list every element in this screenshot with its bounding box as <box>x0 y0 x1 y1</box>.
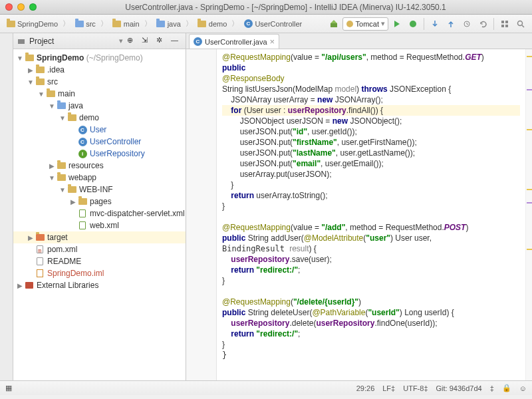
separator <box>424 18 424 30</box>
file-encoding[interactable]: UTF-8‡ <box>403 384 428 392</box>
collapse-all-icon[interactable]: ⇲ <box>142 36 152 47</box>
tree-label: src <box>47 77 58 86</box>
window-controls <box>5 3 37 11</box>
vcs-commit-button[interactable] <box>444 17 458 31</box>
tree-node-src[interactable]: ▼src <box>13 76 186 88</box>
tree-label: UserRepository <box>90 149 145 158</box>
settings-icon[interactable]: ✲ <box>156 36 167 47</box>
tree-label: UserController <box>90 137 141 146</box>
tree-label: SpringDemo.iml <box>47 269 104 278</box>
tree-node-webapp[interactable]: ▼webapp <box>13 172 186 184</box>
breadcrumb[interactable]: src <box>72 19 98 29</box>
svg-line-8 <box>522 25 524 27</box>
vcs-revert-button[interactable] <box>475 17 490 31</box>
run-button[interactable] <box>390 17 404 31</box>
chevron-right-icon: 〉 <box>143 19 153 29</box>
line-separator[interactable]: LF‡ <box>382 384 395 392</box>
project-structure-button[interactable] <box>497 17 512 31</box>
close-tab-icon[interactable]: × <box>270 37 275 47</box>
tree-label: web.xml <box>90 221 119 230</box>
breadcrumb-label: SpringDemo <box>17 20 58 28</box>
run-configuration-selector[interactable]: Tomcat▾ <box>342 17 388 31</box>
project-panel-title: Project <box>29 37 115 46</box>
editor-gutter[interactable] <box>186 49 217 380</box>
tree-node-idea[interactable]: ▶.idea <box>13 64 186 76</box>
window-titlebar: UserController.java - SpringDemo - [~/Sp… <box>0 0 532 15</box>
svg-point-7 <box>518 21 523 25</box>
build-button[interactable] <box>327 17 341 31</box>
tool-window-toggle-icon[interactable]: ▦ <box>5 384 12 392</box>
svg-rect-6 <box>505 25 508 27</box>
tree-node-java[interactable]: ▼java <box>13 100 186 112</box>
tree-node-pom[interactable]: pom.xml <box>13 243 186 255</box>
debug-button[interactable] <box>406 17 420 31</box>
editor-tab-label: UserController.java <box>205 38 267 46</box>
separator <box>493 18 494 30</box>
tree-label: SpringDemo <box>37 53 84 63</box>
minimize-window-button[interactable] <box>17 3 25 11</box>
breadcrumb[interactable]: java <box>154 19 183 29</box>
svg-rect-5 <box>501 25 504 27</box>
tree-node-readme[interactable]: README <box>13 255 186 267</box>
breadcrumb-label: src <box>86 20 96 28</box>
tree-node-userrepository[interactable]: IUserRepository <box>13 148 186 160</box>
run-config-label: Tomcat <box>356 20 379 28</box>
caret-position[interactable]: 29:26 <box>356 384 375 392</box>
editor-tab[interactable]: C UserController.java × <box>189 34 279 49</box>
tree-node-demo[interactable]: ▼demo <box>13 112 186 124</box>
git-branch[interactable]: Git: 9436d7d4 <box>436 384 482 392</box>
tree-node-iml[interactable]: SpringDemo.iml <box>13 267 186 279</box>
tree-node-extlib[interactable]: ▶External Libraries <box>13 279 186 291</box>
tree-node-mvc[interactable]: mvc-dispatcher-servlet.xml <box>13 207 186 219</box>
tree-path: (~/SpringDemo) <box>86 53 143 63</box>
lock-icon[interactable]: 🔒 <box>502 384 511 392</box>
tree-node-webinf[interactable]: ▼WEB-INF <box>13 184 186 196</box>
code-content[interactable]: @RequestMapping(value = "/api/users", me… <box>217 49 525 380</box>
code-editor[interactable]: @RequestMapping(value = "/api/users", me… <box>186 49 532 380</box>
tree-root[interactable]: ▼SpringDemo (~/SpringDemo) <box>13 52 186 64</box>
tree-label: webapp <box>68 173 96 182</box>
tree-node-user[interactable]: CUser <box>13 124 186 136</box>
error-stripe[interactable] <box>525 49 532 380</box>
tree-node-webxml[interactable]: web.xml <box>13 219 186 231</box>
chevron-right-icon: 〉 <box>184 19 194 29</box>
hector-icon[interactable]: ☺ <box>519 384 527 392</box>
editor-tabs: C UserController.java × <box>186 33 532 49</box>
breadcrumb[interactable]: demo <box>196 19 229 29</box>
search-everywhere-button[interactable] <box>513 17 528 31</box>
breadcrumb-label: main <box>124 20 140 28</box>
chevron-right-icon: 〉 <box>99 19 109 29</box>
tree-label: User <box>90 125 106 134</box>
scroll-from-source-icon[interactable]: ⊕ <box>127 36 138 47</box>
close-window-button[interactable] <box>5 3 13 11</box>
tree-node-main[interactable]: ▼main <box>13 88 186 100</box>
vcs-history-button[interactable] <box>460 17 474 31</box>
breadcrumb[interactable]: main <box>110 19 142 29</box>
svg-point-1 <box>346 21 353 27</box>
navigation-toolbar: SpringDemo〉 src〉 main〉 java〉 demo〉 CUser… <box>0 15 532 33</box>
tree-label: pages <box>90 197 112 206</box>
tree-label: java <box>68 101 83 110</box>
project-panel-header: Project ▾ ⊕ ⇲ ✲ — <box>13 33 186 49</box>
breadcrumb-label: java <box>168 20 181 28</box>
editor-area: C UserController.java × @RequestMapping(… <box>186 33 532 380</box>
tree-node-resources[interactable]: ▶resources <box>13 160 186 172</box>
breadcrumb[interactable]: SpringDemo <box>4 19 60 29</box>
zoom-window-button[interactable] <box>29 3 37 11</box>
tree-label: pom.xml <box>47 245 77 254</box>
hide-icon[interactable]: — <box>171 36 182 47</box>
tree-node-pages[interactable]: ▶pages <box>13 196 186 207</box>
tree-node-target[interactable]: ▶target <box>13 231 186 243</box>
breadcrumb[interactable]: CUserController <box>241 19 304 29</box>
project-tool-window: Project ▾ ⊕ ⇲ ✲ — ▼SpringDemo (~/SpringD… <box>13 33 186 380</box>
tree-node-usercontroller[interactable]: CUserController <box>13 136 186 148</box>
chevron-right-icon: 〉 <box>230 19 240 29</box>
project-tree[interactable]: ▼SpringDemo (~/SpringDemo) ▶.idea ▼src ▼… <box>13 49 186 380</box>
left-tool-stripe <box>0 33 13 380</box>
tree-label: README <box>47 257 81 266</box>
tree-label: demo <box>79 113 99 122</box>
vcs-update-button[interactable] <box>428 17 442 31</box>
window-title: UserController.java - SpringDemo - [~/Sp… <box>45 3 527 12</box>
svg-rect-0 <box>331 23 337 27</box>
class-icon: C <box>194 37 202 46</box>
